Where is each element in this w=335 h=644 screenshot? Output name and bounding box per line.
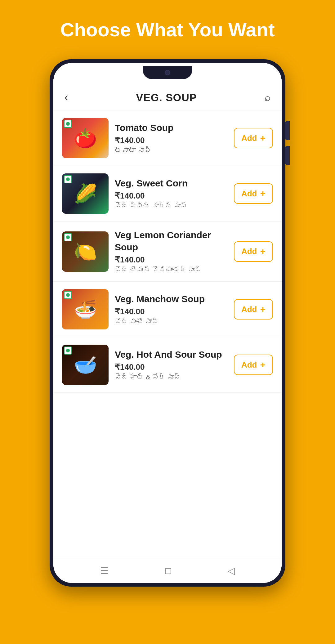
item-image-wrapper [62, 345, 109, 385]
item-details: Veg. Sweet Corn ₹140.00 వెజ్ స్వీట్ కార్… [115, 177, 228, 210]
add-button[interactable]: Add + [234, 355, 273, 375]
add-label: Add [241, 247, 257, 256]
search-icon[interactable]: ⌕ [265, 92, 270, 103]
item-name: Veg. Manchow Soup [115, 293, 228, 305]
back-button[interactable]: ‹ [65, 91, 68, 104]
item-name: Tomato Soup [115, 122, 228, 134]
add-plus-icon: + [260, 304, 266, 315]
item-image-wrapper [62, 289, 109, 329]
veg-indicator [66, 293, 70, 297]
item-price: ₹140.00 [115, 307, 228, 316]
empty-space [53, 393, 282, 455]
volume-buttons [285, 121, 290, 165]
vol-up-button [285, 121, 290, 140]
list-item: Veg. Manchow Soup ₹140.00 వెజ్ మంచో సూప్… [53, 282, 282, 337]
veg-badge [64, 291, 72, 299]
hamburger-menu-icon[interactable]: ☰ [100, 565, 109, 576]
screen-title: VEG. SOUP [136, 92, 197, 104]
item-name-local: వెజ్ హాట్ & సోర్ సూప్ [115, 373, 228, 381]
page-title: Choose What You Want [0, 19, 335, 41]
item-name-local: వెజ్ లెమన్ కొరియాండర్ సూప్ [115, 266, 228, 274]
add-button[interactable]: Add + [234, 299, 273, 320]
item-name-local: టమాటా సూప్ [115, 146, 228, 154]
add-label: Add [241, 305, 257, 314]
item-name: Veg. Sweet Corn [115, 177, 228, 189]
list-item: Tomato Soup ₹140.00 టమాటా సూప్ Add + [53, 110, 282, 166]
bottom-nav: ☰ □ ◁ [53, 558, 282, 583]
item-image-wrapper [62, 231, 109, 272]
veg-badge [64, 233, 72, 241]
item-price: ₹140.00 [115, 255, 228, 265]
add-button[interactable]: Add + [234, 241, 273, 262]
menu-list: Tomato Soup ₹140.00 టమాటా సూప్ Add + [53, 110, 282, 558]
veg-badge [64, 175, 72, 183]
notch-bar [53, 63, 282, 85]
add-label: Add [241, 189, 257, 199]
veg-indicator [66, 122, 70, 126]
home-icon[interactable]: □ [165, 566, 171, 576]
add-label: Add [241, 133, 257, 143]
veg-indicator [66, 349, 70, 352]
item-details: Veg Lemon Coriander Soup ₹140.00 వెజ్ లె… [115, 229, 228, 274]
item-image-wrapper [62, 173, 109, 214]
vol-down-button [285, 146, 290, 165]
item-details: Tomato Soup ₹140.00 టమాటా సూప్ [115, 122, 228, 154]
item-details: Veg. Hot And Sour Soup ₹140.00 వెజ్ హాట్… [115, 348, 228, 381]
list-item: Veg. Sweet Corn ₹140.00 వెజ్ స్వీట్ కార్… [53, 166, 282, 221]
phone-shell: ‹ VEG. SOUP ⌕ Tomato Soup ₹140.00 టమాటా … [50, 59, 285, 587]
add-button[interactable]: Add + [234, 128, 273, 148]
notch [143, 66, 192, 79]
list-item: Veg. Hot And Sour Soup ₹140.00 వెజ్ హాట్… [53, 337, 282, 393]
item-name: Veg Lemon Coriander Soup [115, 229, 228, 253]
item-name-local: వెజ్ మంచో సూప్ [115, 318, 228, 326]
add-plus-icon: + [260, 246, 266, 257]
add-plus-icon: + [260, 133, 266, 143]
add-button[interactable]: Add + [234, 183, 273, 204]
item-name: Veg. Hot And Sour Soup [115, 348, 228, 360]
item-price: ₹140.00 [115, 191, 228, 201]
item-image-wrapper [62, 118, 109, 158]
add-plus-icon: + [260, 360, 266, 370]
app-header: ‹ VEG. SOUP ⌕ [53, 85, 282, 110]
item-details: Veg. Manchow Soup ₹140.00 వెజ్ మంచో సూప్ [115, 293, 228, 326]
veg-indicator [66, 235, 70, 239]
item-price: ₹140.00 [115, 136, 228, 145]
add-label: Add [241, 360, 257, 370]
item-price: ₹140.00 [115, 362, 228, 372]
add-plus-icon: + [260, 188, 266, 199]
veg-badge [64, 120, 72, 128]
back-nav-icon[interactable]: ◁ [228, 565, 235, 576]
veg-indicator [66, 177, 70, 181]
camera [165, 70, 170, 75]
veg-badge [64, 347, 72, 355]
phone-screen: ‹ VEG. SOUP ⌕ Tomato Soup ₹140.00 టమాటా … [53, 63, 282, 583]
item-name-local: వెజ్ స్వీట్ కార్న్ సూప్ [115, 202, 228, 210]
list-item: Veg Lemon Coriander Soup ₹140.00 వెజ్ లె… [53, 221, 282, 282]
